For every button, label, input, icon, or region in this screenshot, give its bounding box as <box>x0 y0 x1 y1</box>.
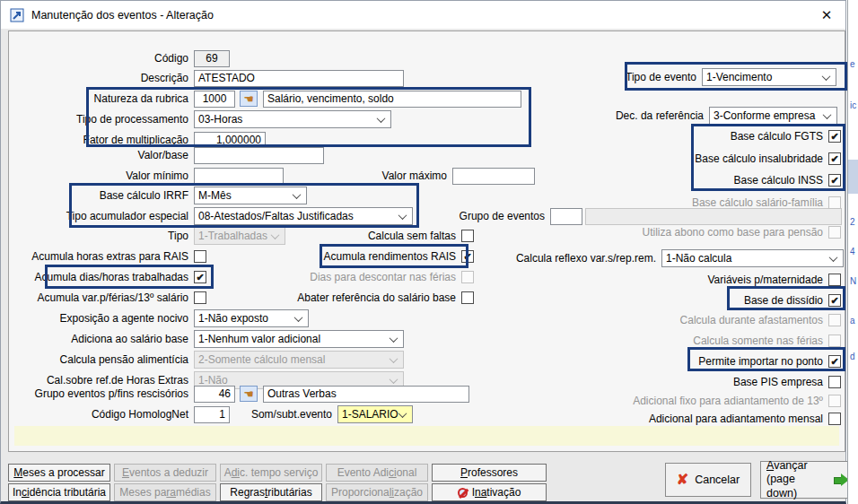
field-reflexo: Calcula reflexo var.s/rep.rem. 1-Não cal… <box>494 249 844 267</box>
meses-a-processar-button[interactable]: Meses a processar <box>8 464 110 482</box>
check-adicional-mensal: Adicional para adiantamento mensal <box>413 410 841 428</box>
field-adiciona-salario: Adiciona ao salário base 1-Nenhum valor … <box>13 330 404 348</box>
tipo-processamento-label: Tipo de processamento <box>13 113 188 126</box>
exposicao-select[interactable]: 1-Não exposto <box>194 309 309 327</box>
professores-button[interactable]: Professores <box>432 464 547 482</box>
reflexo-value: 1-Não calcula <box>666 252 731 265</box>
acumula-var-ferias-checkbox[interactable] <box>194 291 206 304</box>
base-pis-label: Base PIS empresa <box>733 376 823 388</box>
homolognet-label: Código HomologNet <box>13 408 188 421</box>
lookup-hand-icon[interactable]: ☚ <box>240 91 258 107</box>
grupo-rescisorios-label: Grupo eventos p/fins rescisórios <box>13 387 188 400</box>
close-icon[interactable]: ✕ <box>817 7 836 23</box>
background-window-sliver: e ic 2 4 N a d <box>847 0 858 504</box>
check-calcula-afastamentos: Calcula durante afastamentos <box>413 311 841 329</box>
base-pis-checkbox[interactable] <box>828 376 841 388</box>
utiliza-abono-checkbox <box>828 226 841 239</box>
evento-adicional-button: Evento Adicional <box>326 464 428 482</box>
utiliza-abono-label: Utiliza abono como base para pensão <box>643 226 823 239</box>
base-inss-label: Base cálculo INSS <box>734 174 823 187</box>
base-inss-checkbox[interactable]: ✔ <box>828 174 841 187</box>
tipo-acumulador-label: Tipo acumulador especial <box>13 210 188 222</box>
chevron-down-icon <box>390 354 398 363</box>
grupo-de-eventos-label: Grupo de eventos <box>350 210 545 222</box>
calcula-afastamentos-label: Calcula durante afastamentos <box>680 314 823 326</box>
inativacao-button[interactable]: Inativação <box>432 483 547 501</box>
check-base-inss: Base cálculo INSS ✔ <box>413 171 841 189</box>
descricao-label: Descrição <box>13 72 188 84</box>
avancar-button[interactable]: Avançar(page down) <box>760 461 855 499</box>
field-descricao: Descrição ATESTADO <box>13 69 404 87</box>
regras-tributarias-button[interactable]: Regras tributárias <box>220 483 322 501</box>
grupo-rescisorios-input[interactable]: 46 <box>194 386 235 403</box>
field-tipo-evento: Tipo de evento 1-Vencimento <box>547 68 836 86</box>
base-dissidio-checkbox[interactable]: ✔ <box>828 294 841 307</box>
tipo-processamento-select[interactable]: 03-Horas <box>194 110 391 128</box>
check-base-fgts: Base cálculo FGTS ✔ <box>413 127 841 145</box>
field-natureza-rubrica: Natureza da rubrica 1000 ☚ Salário, venc… <box>13 90 521 108</box>
homolognet-input[interactable]: 1 <box>194 406 230 423</box>
background-window-block <box>848 160 858 194</box>
check-variaveis-maternidade: Variáveis p/maternidade <box>413 271 841 289</box>
base-irrf-select[interactable]: M-Mês <box>194 187 307 204</box>
tipo-evento-select[interactable]: 1-Vencimento <box>702 68 836 86</box>
pensao-value: 2-Somente cálculo mensal <box>198 353 325 366</box>
acumula-dias-horas-checkbox[interactable]: ✔ <box>194 271 206 283</box>
chevron-down-icon <box>293 190 302 199</box>
natureza-label: Natureza da rubrica <box>13 92 188 105</box>
lookup-hand-icon[interactable]: ☚ <box>240 386 258 402</box>
check-base-dissidio: Base de dissídio ✔ <box>413 291 841 309</box>
tipo-acumulador-value: 08-Atestados/Faltas Justificadas <box>198 210 354 222</box>
valor-base-label: Valor/base <box>13 149 188 161</box>
chevron-down-icon <box>822 72 831 81</box>
reflexo-label: Calcula reflexo var.s/rep.rem. <box>516 252 656 265</box>
base-salario-familia-checkbox <box>828 196 841 209</box>
chevron-down-icon <box>390 334 398 343</box>
base-fgts-checkbox[interactable]: ✔ <box>828 130 841 143</box>
valor-minimo-input[interactable] <box>194 168 284 185</box>
valor-base-input[interactable] <box>194 147 324 164</box>
adiciona-salario-select[interactable]: 1-Nenhum valor adicional <box>194 330 404 348</box>
pensao-label: Calcula pensão alimentícia <box>13 353 188 366</box>
form-panel: Código 69 Descrição ATESTADO Natureza da… <box>8 30 845 452</box>
adiciona-salario-label: Adiciona ao salário base <box>13 333 188 345</box>
check-base-insalubridade: Base cálculo insalubridade ✔ <box>413 150 841 168</box>
chevron-down-icon <box>390 375 398 384</box>
check-base-pis: Base PIS empresa <box>413 373 841 391</box>
som-subt-select[interactable]: 1-SALARIO <box>337 405 413 423</box>
descricao-input[interactable]: ATESTADO <box>194 70 404 87</box>
adicional-mensal-checkbox[interactable] <box>828 413 841 425</box>
dec-referencia-select[interactable]: 3-Conforme empresa <box>709 107 837 125</box>
natureza-code-input[interactable]: 1000 <box>194 91 235 108</box>
acumula-var-ferias-label: Acumula var.p/férias/13º salário <box>38 291 188 304</box>
tipo-processamento-value: 03-Horas <box>198 113 242 126</box>
window-title: Manutenção dos eventos - Alteração <box>31 9 214 22</box>
avancar-label: A <box>766 459 774 472</box>
codigo-label: Código <box>13 52 188 65</box>
tipo-evento-value: 1-Vencimento <box>706 71 772 83</box>
check-adicional-13: Adicional fixo para adiantamento de 13º <box>413 392 841 410</box>
check-acumula-var-ferias: Acumula var.p/férias/13º salário <box>13 289 206 307</box>
base-insalubridade-checkbox[interactable]: ✔ <box>828 152 841 165</box>
background-text-fragment: a <box>850 316 855 326</box>
calcula-afastamentos-checkbox <box>828 314 841 326</box>
som-subt-label: Som/subt.evento <box>230 408 332 421</box>
cancelar-label: Cancelar <box>695 474 740 486</box>
valor-minimo-label: Valor mínimo <box>13 169 188 182</box>
variaveis-maternidade-checkbox[interactable] <box>828 274 841 286</box>
chevron-down-icon <box>398 409 407 418</box>
permite-importar-checkbox[interactable]: ✔ <box>828 355 841 368</box>
app-icon <box>10 8 24 22</box>
acumula-rendimentos-rais-checkbox[interactable]: ✔ <box>461 250 474 263</box>
chevron-down-icon <box>294 313 303 322</box>
exposicao-value: 1-Não exposto <box>198 312 268 325</box>
base-dissidio-label: Base de dissídio <box>744 294 823 307</box>
cancelar-button[interactable]: ✘ Cancelar <box>665 463 751 497</box>
som-subt-value: 1-SALARIO <box>342 408 398 421</box>
acumula-he-rais-checkbox[interactable] <box>194 250 206 263</box>
reflexo-select[interactable]: 1-Não calcula <box>661 249 844 267</box>
background-text-fragment: N <box>850 276 856 286</box>
background-text-fragment: ic <box>850 100 856 110</box>
check-utiliza-abono: Utiliza abono como base para pensão <box>413 223 841 241</box>
incidencia-tributaria-button[interactable]: Incidência tributária <box>8 483 110 501</box>
